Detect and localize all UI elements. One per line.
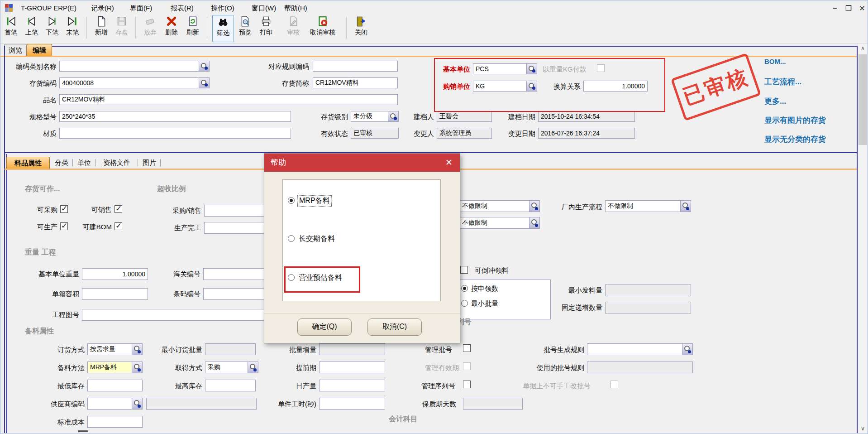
dialog-close-icon[interactable]: ✕: [443, 154, 455, 172]
subtab-item-attributes[interactable]: 料品属性: [6, 157, 50, 169]
lookup-icon[interactable]: [682, 344, 692, 355]
max-stock-field[interactable]: [205, 380, 256, 391]
cancel-audit-button[interactable]: 取消审核: [305, 15, 341, 41]
can-bom-checkbox[interactable]: [114, 222, 122, 230]
first-record-button[interactable]: 首笔: [1, 15, 20, 41]
menu-window[interactable]: 窗口(W): [252, 4, 276, 13]
subtab-images[interactable]: 图片: [139, 157, 159, 169]
conversion-field[interactable]: 1.00000: [583, 81, 648, 92]
trade-unit-field[interactable]: KG: [473, 81, 537, 92]
production-done-field[interactable]: [204, 222, 272, 234]
minimize-button[interactable]: –: [830, 4, 840, 12]
next-record-button[interactable]: 下笔: [43, 15, 61, 41]
customs-code-field[interactable]: [203, 268, 271, 280]
long-leadtime-prep-radio[interactable]: [288, 235, 295, 242]
factory-flow-field[interactable]: 不做限制: [605, 200, 691, 212]
prep-method-field[interactable]: MRP备料: [87, 362, 143, 373]
last-record-button[interactable]: 末笔: [63, 15, 82, 41]
vertical-scrollbar[interactable]: ∧ ∨: [858, 43, 868, 434]
delete-button[interactable]: 删除: [162, 15, 181, 41]
menu-tgroup-erp[interactable]: T-GROUP ERP(E): [21, 4, 76, 12]
subtab-qualification-files[interactable]: 资格文件: [97, 157, 137, 169]
lookup-icon[interactable]: [526, 81, 537, 91]
item-code-field[interactable]: 400400008: [59, 77, 210, 88]
item-abbr-field[interactable]: CR12MOV精料: [313, 77, 398, 88]
daily-output-field[interactable]: [319, 380, 385, 391]
tab-browse[interactable]: 浏览: [4, 44, 27, 56]
can-purchase-checkbox[interactable]: [60, 205, 68, 213]
audit-button[interactable]: 审核: [284, 15, 303, 41]
base-unit-field[interactable]: PCS: [473, 63, 537, 74]
lookup-icon[interactable]: [526, 64, 537, 74]
menu-record[interactable]: 记录(R): [91, 4, 114, 13]
save-button[interactable]: 存盘: [112, 15, 131, 41]
lookup-icon[interactable]: [199, 61, 209, 71]
lookup-icon[interactable]: [248, 362, 258, 373]
material-field[interactable]: [59, 128, 291, 139]
link-more[interactable]: 更多...: [764, 96, 786, 106]
lookup-icon[interactable]: [388, 111, 398, 121]
barcode-field[interactable]: [203, 288, 271, 300]
new-button[interactable]: 新增: [92, 15, 111, 41]
scrollbar-thumb[interactable]: [858, 54, 867, 145]
can-sell-checkbox[interactable]: [114, 205, 122, 213]
rule-code-field[interactable]: [313, 61, 398, 72]
coding-category-field[interactable]: [59, 61, 210, 72]
lookup-icon[interactable]: [199, 78, 209, 88]
lookup-icon[interactable]: [132, 362, 142, 373]
dialog-cancel-button[interactable]: 取消(C): [367, 318, 422, 336]
refresh-button[interactable]: 刷新: [183, 15, 202, 41]
abandon-button[interactable]: 放弃: [141, 15, 160, 41]
preview-button[interactable]: 预览: [236, 15, 255, 41]
lead-time-field[interactable]: [319, 362, 385, 373]
print-button[interactable]: 打印: [257, 15, 276, 41]
issue-by-request-radio[interactable]: [461, 285, 468, 292]
menu-report[interactable]: 报表(R): [171, 4, 194, 13]
scroll-down-icon[interactable]: ∨: [858, 424, 868, 434]
lookup-icon[interactable]: [529, 217, 539, 228]
base-weight-field[interactable]: 1.00000: [82, 268, 148, 280]
order-method-field[interactable]: 按需求量: [87, 343, 143, 355]
spec-field[interactable]: 250*240*35: [59, 111, 291, 122]
acquire-method-field[interactable]: 采购: [205, 362, 258, 373]
unit-hours-field[interactable]: [319, 398, 385, 410]
lookup-icon[interactable]: [680, 201, 691, 212]
menu-interface[interactable]: 界面(F): [130, 4, 152, 13]
long-leadtime-prep-label[interactable]: 长交期备料: [299, 234, 335, 244]
lookup-icon[interactable]: [132, 398, 142, 409]
lookup-icon[interactable]: [132, 344, 142, 355]
drawing-no-field[interactable]: [82, 309, 265, 321]
issue-min-batch-radio[interactable]: [461, 300, 468, 307]
restriction-field-2[interactable]: 不做限制: [459, 217, 540, 229]
tab-edit[interactable]: 编辑: [27, 44, 52, 56]
link-show-uncategorized[interactable]: 显示无分类的存货: [764, 134, 826, 145]
mrp-prep-radio[interactable]: [288, 197, 295, 204]
box-volume-field[interactable]: [82, 288, 148, 300]
item-name-field[interactable]: CR12MOV精料: [59, 94, 398, 105]
subtab-category[interactable]: 分类: [52, 157, 72, 169]
lookup-icon[interactable]: [529, 201, 539, 212]
item-level-field[interactable]: 未分级: [351, 111, 399, 122]
link-process-flow[interactable]: 工艺流程...: [764, 77, 801, 87]
min-stock-field[interactable]: [87, 380, 143, 391]
scroll-up-icon[interactable]: ∧: [858, 43, 868, 53]
close-button[interactable]: ✕: [857, 4, 868, 13]
dialog-ok-button[interactable]: 确定(Q): [297, 318, 352, 336]
can-produce-checkbox[interactable]: [60, 222, 68, 230]
menu-operation[interactable]: 操作(O): [211, 4, 234, 13]
purchase-sales-field[interactable]: [204, 205, 272, 217]
mrp-prep-label[interactable]: MRP备料: [298, 196, 331, 206]
manage-batch-checkbox[interactable]: [463, 344, 471, 352]
supplier-code-field[interactable]: [87, 398, 143, 410]
close-form-button[interactable]: 关闭: [352, 15, 371, 41]
std-cost-field[interactable]: [87, 416, 143, 428]
filter-button[interactable]: 筛选: [212, 15, 234, 42]
restriction-field-1[interactable]: 不做限制: [459, 200, 540, 212]
restore-button[interactable]: ❐: [843, 4, 854, 13]
subtab-unit[interactable]: 单位: [74, 157, 94, 169]
menu-help[interactable]: 帮助(H): [284, 4, 307, 13]
batch-rule-field[interactable]: [587, 343, 693, 355]
link-bom[interactable]: BOM...: [764, 58, 786, 65]
link-show-with-images[interactable]: 显示有图片的存货: [764, 115, 826, 125]
manage-serial-checkbox[interactable]: [463, 381, 471, 388]
